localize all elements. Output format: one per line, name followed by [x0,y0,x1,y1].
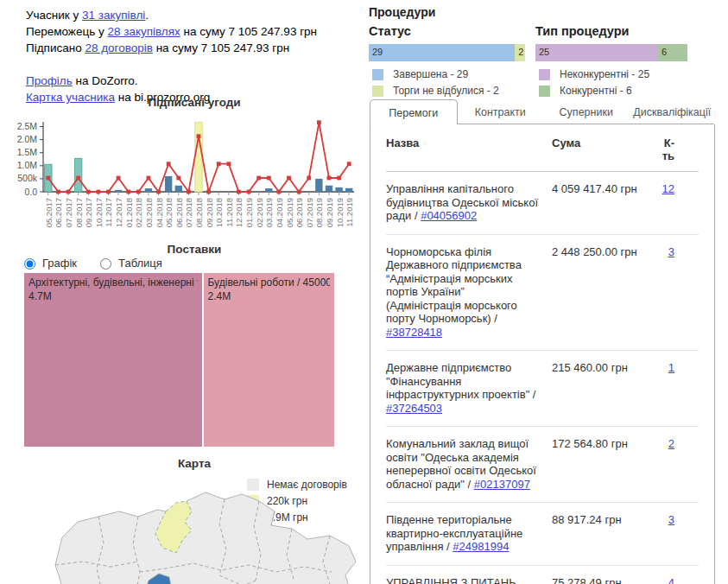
count-link[interactable]: 3 [668,513,674,526]
count-line-marker[interactable] [117,176,121,181]
count-link[interactable]: 12 [662,182,674,195]
count-line-marker[interactable] [267,176,271,181]
participations-link[interactable]: 31 закупівлі [82,9,145,22]
count-line-marker[interactable] [76,176,80,181]
x-tick-label: 05.2017 [44,198,54,227]
x-tick-label: 11.2019 [345,198,354,227]
stacked-bar-segment[interactable]: 2 [515,44,525,61]
count-line-marker[interactable] [197,134,201,138]
sum-value: 2 448 250.00 грн [552,245,654,340]
count-line-marker[interactable] [187,190,191,194]
tab-дискваліфікації[interactable]: Дискваліфікації [630,99,716,124]
count-line-marker[interactable] [317,120,321,124]
buyer-name-text: Державне підприємство "Фінансування інфр… [386,361,535,401]
count-line-marker[interactable] [66,190,71,194]
bar[interactable] [165,176,172,192]
buyer-edrpou-link[interactable]: #02137097 [474,478,530,491]
buyer-edrpou-link[interactable]: #37264503 [386,402,442,415]
stacked-bar-segment[interactable]: 6 [658,44,687,61]
contracts-link[interactable]: 28 договорів [85,41,153,54]
legend-swatch [539,86,550,97]
count-line-marker[interactable] [217,162,221,166]
wins-link[interactable]: 28 закупівлях [107,25,180,38]
y-tick-label: 1.5M [17,147,37,157]
count-line-marker[interactable] [56,190,60,194]
count-line-marker[interactable] [96,190,100,194]
column-header-name: Назва [386,136,552,162]
supplies-radio-chart[interactable]: Графік [20,256,77,270]
bar[interactable] [115,190,122,192]
bar[interactable] [145,188,152,192]
x-tick-label: 01.2019 [244,198,254,227]
buyer-name: Державне підприємство "Фінансування інфр… [386,361,552,415]
count-line-marker[interactable] [147,176,151,181]
chart-radio[interactable] [24,258,35,270]
count-line-marker[interactable] [46,176,50,181]
signed-agreements-chart[interactable]: 0.0500k1.0M1.5M2.0M2.5M05.201706.201707.… [5,117,361,235]
bar[interactable] [74,158,81,192]
summary-text: Переможець у [26,25,107,38]
buyer-edrpou-link[interactable]: #04056902 [421,209,477,222]
x-tick-label: 10.2017 [94,198,104,227]
x-tick-label: 09.2018 [205,198,214,227]
count-line-marker[interactable] [167,162,171,166]
count-line-marker[interactable] [206,190,211,194]
stacked-bar-segment[interactable]: 29 [369,44,515,61]
treemap-cell-value: 4.7M [28,290,198,302]
count-link[interactable]: 3 [668,245,674,258]
count-link[interactable]: 4 [668,576,674,584]
count-line-marker[interactable] [247,190,251,194]
bar[interactable] [265,188,272,192]
bar[interactable] [175,186,182,192]
bar[interactable] [335,187,342,192]
count-line-marker[interactable] [256,176,261,181]
summary-line-contracts: Підписано 28 договорів на суму 7 105 247… [26,40,317,56]
count-line-marker[interactable] [237,190,241,194]
x-tick-label: 12.2018 [234,198,244,227]
treemap-cell[interactable]: Будівельні роботи / 45000000-72.4M [204,273,334,447]
count-line-marker[interactable] [347,162,351,166]
ukraine-map[interactable] [48,482,364,584]
buyer-edrpou-link[interactable]: #38728418 [386,326,442,339]
table-body: Управління капітального будівництва Одес… [386,172,699,584]
tab-контракти[interactable]: Контракти [458,99,544,124]
count-line-marker[interactable] [156,190,161,194]
count-line-marker[interactable] [277,190,282,194]
bar[interactable] [345,188,352,192]
treemap-cell-label: Архітектурні, будівельні, інженерні та і… [28,276,198,289]
tab-суперники[interactable]: Суперники [543,99,630,124]
table-radio[interactable] [100,258,111,270]
bar[interactable] [326,186,332,192]
count-line-marker[interactable] [226,162,231,166]
table-row: Чорноморська філія Державного підприємст… [386,235,699,352]
count-line-marker[interactable] [176,176,180,181]
bar[interactable] [195,123,202,192]
treemap-cell[interactable]: Архітектурні, будівельні, інженерні та і… [24,273,204,447]
supplies-radio-table[interactable]: Таблиця [96,256,162,270]
buyer-edrpou-link[interactable]: #24981994 [453,540,509,553]
procedures-legend-item: Торги не відбулися - 2 [372,85,525,97]
x-tick-label: 05.2019 [285,198,294,227]
treemap-cell-value: 2.4M [208,290,330,302]
count-line-marker[interactable] [126,190,130,194]
bar[interactable] [315,179,322,192]
count-link[interactable]: 2 [668,437,674,450]
count-line-marker[interactable] [287,176,291,181]
count-line-marker[interactable] [307,176,311,181]
count-line-marker[interactable] [106,190,111,194]
count-line-marker[interactable] [86,190,91,194]
count-line-marker[interactable] [337,176,341,181]
count-link[interactable]: 1 [668,361,674,374]
x-tick-label: 11.2018 [225,198,234,227]
stacked-bar-segment[interactable]: 25 [535,44,658,61]
x-tick-label: 09.2019 [325,198,334,227]
count-cell: 3 [654,513,699,554]
x-tick-label: 10.2019 [335,198,345,227]
count-line-marker[interactable] [297,190,301,194]
count-line-marker[interactable] [327,176,332,181]
tab-active-перемоги[interactable]: Перемоги [370,99,458,124]
sum-value: 215 460.00 грн [552,361,654,415]
dozorro-profile-link[interactable]: Профіль [26,74,73,87]
stacked-bar: 292 [369,44,525,61]
count-line-marker[interactable] [136,190,141,194]
